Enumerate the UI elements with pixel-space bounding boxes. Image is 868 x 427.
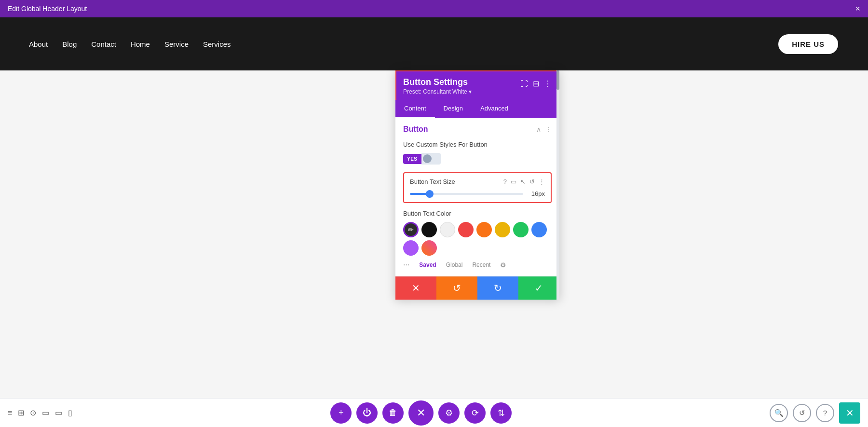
- color-swatch-purple[interactable]: [403, 240, 419, 256]
- panel-tabs: Content Design Advanced: [395, 100, 559, 118]
- color-swatch-gradient[interactable]: [421, 240, 437, 256]
- color-dots-icon[interactable]: ···: [403, 261, 409, 269]
- title-bar-title: Edit Global Header Layout: [8, 5, 87, 13]
- undo-button[interactable]: ↺: [436, 276, 477, 300]
- more-icon[interactable]: ⋮: [544, 79, 552, 88]
- toggle-container[interactable]: YES: [403, 153, 552, 165]
- title-bar-close-button[interactable]: ×: [855, 4, 860, 14]
- settings-button[interactable]: ⚙: [438, 402, 460, 424]
- color-swatch-black[interactable]: [421, 222, 437, 237]
- hire-us-button[interactable]: HIRE US: [777, 33, 839, 55]
- color-gear-icon[interactable]: ⚙: [500, 261, 506, 269]
- tab-advanced[interactable]: Advanced: [472, 100, 517, 118]
- header-nav: About Blog Contact Home Service Services…: [0, 17, 868, 70]
- help-icon[interactable]: ?: [503, 178, 507, 185]
- nav-link-blog[interactable]: Blog: [62, 40, 77, 48]
- size-label: Button Text Size: [410, 178, 455, 185]
- toggle-yes-label: YES: [403, 154, 421, 164]
- panel-header-icons: ⛶ ⊟ ⋮: [520, 79, 552, 88]
- section-more-icon[interactable]: ⋮: [545, 125, 552, 133]
- zoom-icon[interactable]: 🔍: [770, 404, 788, 422]
- size-icons: ? ▭ ↖ ↺ ⋮: [503, 178, 545, 185]
- bottom-toolbar: ≡ ⊞ ⊙ ▭ ▭ ▯ + ⏻ 🗑 ✕ ⚙ ⟳ ⇅ 🔍 ↺ ? ✕: [0, 398, 868, 427]
- tab-content[interactable]: Content: [395, 100, 435, 118]
- scrollbar[interactable]: [556, 70, 559, 300]
- more-size-icon[interactable]: ⋮: [539, 178, 545, 185]
- grid-icon[interactable]: ⊞: [18, 408, 24, 417]
- panel-header: Button Settings Preset: Consultant White…: [395, 70, 559, 100]
- desktop-icon[interactable]: ▭: [42, 408, 49, 417]
- columns-icon[interactable]: ⊟: [533, 79, 539, 88]
- slider-thumb[interactable]: [426, 190, 434, 198]
- color-swatch-blue[interactable]: [531, 222, 547, 237]
- cursor-icon[interactable]: ↖: [520, 178, 526, 185]
- color-swatch-pencil[interactable]: ✏: [403, 222, 419, 237]
- color-label: Button Text Color: [403, 210, 552, 217]
- reset-icon[interactable]: ↺: [529, 178, 535, 185]
- redo-button[interactable]: ↻: [477, 276, 518, 300]
- close-center-button[interactable]: ✕: [408, 400, 434, 426]
- collapse-icon[interactable]: ∧: [536, 125, 541, 133]
- nav-links: About Blog Contact Home Service Services: [29, 40, 231, 48]
- exit-button[interactable]: ✕: [839, 402, 860, 424]
- content-area: Button Settings Preset: Consultant White…: [0, 70, 868, 398]
- color-swatch-green[interactable]: [513, 222, 529, 237]
- device-icon[interactable]: ▭: [511, 178, 516, 185]
- slider-track[interactable]: [410, 193, 523, 195]
- color-tabs: ··· Saved Global Recent ⚙: [403, 261, 552, 269]
- mobile-icon[interactable]: ▯: [68, 408, 72, 417]
- button-text-size-box: Button Text Size ? ▭ ↖ ↺ ⋮: [403, 172, 552, 203]
- size-row: Button Text Size ? ▭ ↖ ↺ ⋮: [410, 178, 545, 185]
- add-button[interactable]: +: [330, 402, 352, 424]
- color-tab-recent[interactable]: Recent: [472, 262, 490, 268]
- panel-title: Button Settings: [403, 77, 472, 87]
- tablet-icon[interactable]: ▭: [55, 408, 62, 417]
- sort-button[interactable]: ⇅: [490, 402, 512, 424]
- nav-link-contact[interactable]: Contact: [91, 40, 116, 48]
- color-swatch-red[interactable]: [458, 222, 474, 237]
- menu-icon[interactable]: ≡: [8, 409, 12, 417]
- canvas-area: About Blog Contact Home Service Services…: [0, 17, 868, 398]
- fullscreen-icon[interactable]: ⛶: [520, 80, 528, 88]
- tab-design[interactable]: Design: [435, 100, 472, 118]
- toolbar-right: 🔍 ↺ ? ✕: [762, 402, 868, 424]
- nav-link-services[interactable]: Services: [203, 40, 231, 48]
- color-swatch-yellow[interactable]: [495, 222, 510, 237]
- refresh-icon[interactable]: ↺: [793, 404, 811, 422]
- toggle-label: Use Custom Styles For Button: [403, 140, 552, 149]
- scrollbar-thumb: [556, 70, 559, 90]
- color-swatch-white[interactable]: [440, 222, 455, 237]
- section-actions: ∧ ⋮: [536, 125, 552, 133]
- nav-link-home[interactable]: Home: [131, 40, 150, 48]
- toggle-switch[interactable]: [421, 153, 441, 165]
- color-swatch-orange[interactable]: [476, 222, 492, 237]
- panel-preset[interactable]: Preset: Consultant White ▾: [403, 88, 472, 95]
- delete-button[interactable]: 🗑: [382, 402, 404, 424]
- title-bar: Edit Global Header Layout ×: [0, 0, 868, 17]
- confirm-button[interactable]: ✓: [518, 276, 559, 300]
- slider-fill: [410, 193, 427, 195]
- nav-link-service[interactable]: Service: [164, 40, 189, 48]
- panel-footer: ✕ ↺ ↻ ✓: [395, 276, 559, 300]
- panel-content: Button ∧ ⋮ Use Custom Styles For Button …: [395, 118, 559, 276]
- color-tab-global[interactable]: Global: [446, 262, 463, 268]
- history-button[interactable]: ⟳: [464, 402, 486, 424]
- toolbar-center: + ⏻ 🗑 ✕ ⚙ ⟳ ⇅: [80, 400, 762, 426]
- slider-row: 16px: [410, 190, 545, 197]
- section-title: Button: [403, 125, 428, 134]
- toolbar-left: ≡ ⊞ ⊙ ▭ ▭ ▯: [0, 408, 80, 417]
- search-tb-icon[interactable]: ⊙: [30, 408, 36, 417]
- nav-link-about[interactable]: About: [29, 40, 48, 48]
- cancel-button[interactable]: ✕: [395, 276, 436, 300]
- power-button[interactable]: ⏻: [356, 402, 378, 424]
- section-row: Button ∧ ⋮: [403, 125, 552, 134]
- color-tab-saved[interactable]: Saved: [419, 262, 436, 268]
- size-value: 16px: [528, 190, 545, 197]
- toggle-knob: [423, 154, 432, 163]
- color-swatches: ✏: [403, 222, 552, 256]
- settings-panel: Button Settings Preset: Consultant White…: [395, 70, 559, 300]
- help-tb-icon[interactable]: ?: [816, 404, 834, 422]
